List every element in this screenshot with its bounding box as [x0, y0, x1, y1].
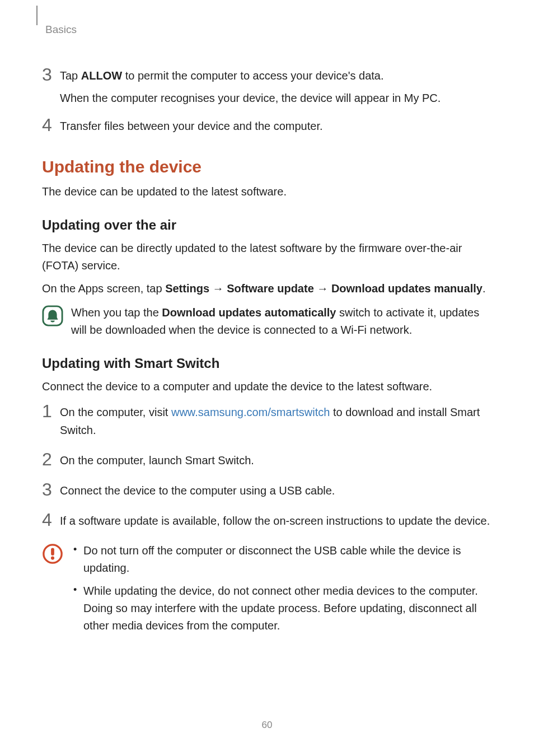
bold-text: Download updates automatically	[162, 306, 336, 319]
svg-point-3	[51, 557, 54, 560]
header-divider	[36, 6, 38, 25]
note-row: When you tap the Download updates automa…	[42, 304, 492, 339]
step-item: 4If a software update is available, foll…	[42, 512, 492, 530]
section-heading-updating-device: Updating the device	[42, 157, 492, 176]
step-subtext: When the computer recognises your device…	[60, 89, 492, 107]
subheading-over-the-air: Updating over the air	[42, 217, 492, 233]
step-number: 4	[42, 511, 60, 529]
section-intro: The device can be updated to the latest …	[42, 183, 492, 200]
text-fragment: Transfer files between your device and t…	[60, 120, 323, 132]
text-fragment: If a software update is available, follo…	[60, 515, 490, 527]
page-content: 3Tap ALLOW to permit the computer to acc…	[42, 67, 492, 640]
step-text: On the computer, launch Smart Switch.	[60, 451, 492, 469]
ota-paragraph-1: The device can be directly updated to th…	[42, 240, 492, 274]
bold-text: Settings	[165, 282, 209, 295]
text-fragment: to permit the computer to access your de…	[122, 69, 383, 82]
step-number: 4	[42, 116, 60, 134]
step-number: 3	[42, 480, 60, 498]
step-item: 4Transfer files between your device and …	[42, 117, 492, 135]
hyperlink[interactable]: www.samsung.com/smartswitch	[171, 406, 330, 418]
subheading-smart-switch: Updating with Smart Switch	[42, 356, 492, 371]
text-fragment: →	[314, 282, 331, 295]
ota-paragraph-2: On the Apps screen, tap Settings → Softw…	[42, 280, 492, 297]
caution-row: Do not turn off the computer or disconne…	[42, 542, 492, 640]
text-fragment: →	[209, 282, 227, 295]
caution-list: Do not turn off the computer or disconne…	[71, 542, 492, 640]
text-fragment: On the Apps screen, tap	[42, 282, 165, 295]
step-text: If a software update is available, follo…	[60, 512, 492, 530]
step-item: 2On the computer, launch Smart Switch.	[42, 451, 492, 469]
bold-text: Download updates manually	[331, 282, 483, 295]
step-number: 2	[42, 450, 60, 468]
smart-switch-intro: Connect the device to a computer and upd…	[42, 378, 492, 395]
step-number: 1	[42, 402, 60, 420]
text-fragment: .	[483, 282, 486, 295]
step-item: 3Tap ALLOW to permit the computer to acc…	[42, 67, 492, 107]
caution-exclamation-icon	[42, 543, 63, 564]
caution-item: While updating the device, do not connec…	[71, 582, 492, 634]
step-text: Transfer files between your device and t…	[60, 117, 492, 135]
smart-switch-steps: 1On the computer, visit www.samsung.com/…	[42, 403, 492, 530]
step-item: 3Connect the device to the computer usin…	[42, 482, 492, 500]
top-steps: 3Tap ALLOW to permit the computer to acc…	[42, 67, 492, 135]
step-item: 1On the computer, visit www.samsung.com/…	[42, 403, 492, 439]
note-bell-icon	[42, 305, 63, 326]
text-fragment: On the computer, visit	[60, 406, 171, 418]
caution-item: Do not turn off the computer or disconne…	[71, 542, 492, 577]
text-fragment: Connect the device to the computer using…	[60, 484, 335, 497]
step-text: Tap ALLOW to permit the computer to acce…	[60, 67, 492, 107]
svg-rect-2	[51, 548, 54, 556]
step-text: On the computer, visit www.samsung.com/s…	[60, 403, 492, 439]
step-text: Connect the device to the computer using…	[60, 482, 492, 500]
bold-text: Software update	[227, 282, 314, 295]
step-number: 3	[42, 66, 60, 83]
text-fragment: When you tap the	[71, 306, 162, 319]
breadcrumb: Basics	[45, 24, 492, 36]
bold-text: ALLOW	[81, 69, 122, 82]
page-number: 60	[0, 720, 534, 731]
note-text: When you tap the Download updates automa…	[71, 304, 492, 339]
text-fragment: On the computer, launch Smart Switch.	[60, 454, 254, 466]
text-fragment: Tap	[60, 69, 81, 82]
